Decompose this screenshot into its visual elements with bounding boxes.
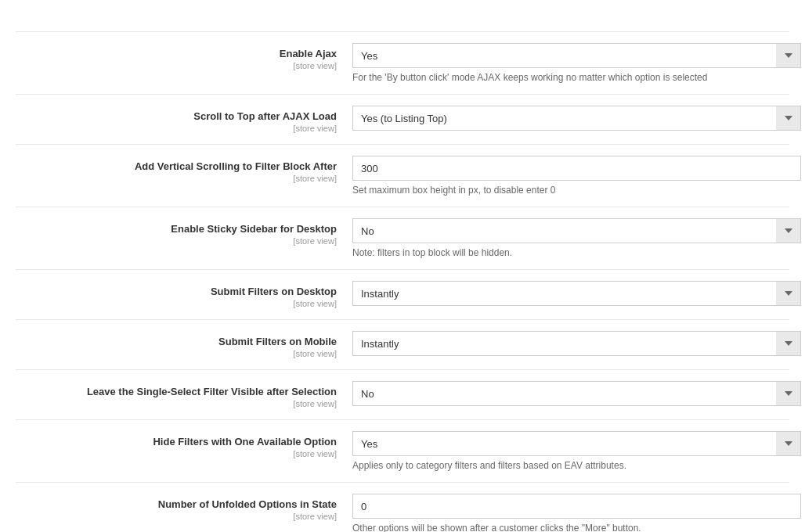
select-scroll-to-top[interactable]: Yes (to Listing Top)No bbox=[352, 106, 801, 131]
select-enable-ajax[interactable]: YesNo bbox=[352, 43, 801, 68]
control-col-submit-filters-mobile: InstantlyBy button click bbox=[352, 331, 801, 356]
hint-hide-filters-one-option: Applies only to category filters and fil… bbox=[352, 460, 801, 471]
input-unfolded-options[interactable] bbox=[352, 494, 801, 519]
form-row-enable-ajax: Enable Ajax[store view]YesNoFor the 'By … bbox=[16, 31, 789, 94]
select-sticky-sidebar[interactable]: NoYes bbox=[352, 218, 801, 243]
label-sub-submit-filters-mobile: [store view] bbox=[16, 349, 337, 358]
label-sub-sticky-sidebar: [store view] bbox=[16, 236, 337, 246]
select-wrapper-submit-filters-mobile: InstantlyBy button click bbox=[352, 331, 801, 356]
label-main-unfolded-options: Number of Unfolded Options in State bbox=[16, 498, 337, 510]
select-wrapper-enable-ajax: YesNo bbox=[352, 43, 801, 68]
select-submit-filters-desktop[interactable]: InstantlyBy button click bbox=[352, 281, 801, 306]
label-main-submit-filters-mobile: Submit Filters on Mobile bbox=[16, 336, 337, 347]
form-row-hide-filters-one-option: Hide Filters with One Available Option[s… bbox=[16, 419, 789, 482]
hint-vertical-scrolling: Set maximum box height in px, to disable… bbox=[352, 185, 801, 196]
label-sub-enable-ajax: [store view] bbox=[16, 61, 337, 70]
label-main-sticky-sidebar: Enable Sticky Sidebar for Desktop bbox=[16, 223, 337, 235]
page-container: Enable Ajax[store view]YesNoFor the 'By … bbox=[0, 0, 805, 532]
form-row-sticky-sidebar: Enable Sticky Sidebar for Desktop[store … bbox=[16, 207, 789, 269]
label-main-hide-filters-one-option: Hide Filters with One Available Option bbox=[16, 436, 337, 448]
label-col-submit-filters-mobile: Submit Filters on Mobile[store view] bbox=[16, 331, 352, 358]
form-row-single-select-visible: Leave the Single-Select Filter Visible a… bbox=[16, 369, 789, 419]
form-row-unfolded-options: Number of Unfolded Options in State[stor… bbox=[16, 482, 789, 532]
label-main-scroll-to-top: Scroll to Top after AJAX Load bbox=[16, 110, 337, 122]
label-sub-vertical-scrolling: [store view] bbox=[16, 174, 337, 183]
control-col-scroll-to-top: Yes (to Listing Top)No bbox=[352, 106, 801, 131]
label-col-hide-filters-one-option: Hide Filters with One Available Option[s… bbox=[16, 431, 352, 458]
hint-enable-ajax: For the 'By button click' mode AJAX keep… bbox=[352, 72, 801, 83]
control-col-sticky-sidebar: NoYesNote: filters in top block will be … bbox=[352, 218, 801, 258]
select-wrapper-submit-filters-desktop: InstantlyBy button click bbox=[352, 281, 801, 306]
form-row-submit-filters-mobile: Submit Filters on Mobile[store view]Inst… bbox=[16, 319, 789, 369]
form-rows: Enable Ajax[store view]YesNoFor the 'By … bbox=[16, 31, 789, 532]
input-vertical-scrolling[interactable] bbox=[352, 156, 801, 181]
hint-sticky-sidebar: Note: filters in top block will be hidde… bbox=[352, 247, 801, 258]
label-col-unfolded-options: Number of Unfolded Options in State[stor… bbox=[16, 494, 352, 521]
label-main-single-select-visible: Leave the Single-Select Filter Visible a… bbox=[16, 386, 337, 397]
form-row-scroll-to-top: Scroll to Top after AJAX Load[store view… bbox=[16, 94, 789, 144]
label-sub-scroll-to-top: [store view] bbox=[16, 124, 337, 133]
select-wrapper-scroll-to-top: Yes (to Listing Top)No bbox=[352, 106, 801, 131]
control-col-enable-ajax: YesNoFor the 'By button click' mode AJAX… bbox=[352, 43, 801, 83]
label-main-vertical-scrolling: Add Vertical Scrolling to Filter Block A… bbox=[16, 160, 337, 172]
control-col-submit-filters-desktop: InstantlyBy button click bbox=[352, 281, 801, 306]
select-submit-filters-mobile[interactable]: InstantlyBy button click bbox=[352, 331, 801, 356]
control-col-hide-filters-one-option: YesNoApplies only to category filters an… bbox=[352, 431, 801, 471]
label-col-submit-filters-desktop: Submit Filters on Desktop[store view] bbox=[16, 281, 352, 308]
select-hide-filters-one-option[interactable]: YesNo bbox=[352, 431, 801, 456]
control-col-unfolded-options: Other options will be shown after a cust… bbox=[352, 494, 801, 532]
label-col-single-select-visible: Leave the Single-Select Filter Visible a… bbox=[16, 381, 352, 408]
hint-unfolded-options: Other options will be shown after a cust… bbox=[352, 523, 801, 532]
label-sub-unfolded-options: [store view] bbox=[16, 512, 337, 521]
select-wrapper-single-select-visible: NoYes bbox=[352, 381, 801, 406]
form-row-submit-filters-desktop: Submit Filters on Desktop[store view]Ins… bbox=[16, 269, 789, 319]
label-col-enable-ajax: Enable Ajax[store view] bbox=[16, 43, 352, 70]
control-col-single-select-visible: NoYes bbox=[352, 381, 801, 406]
label-sub-single-select-visible: [store view] bbox=[16, 399, 337, 408]
label-col-sticky-sidebar: Enable Sticky Sidebar for Desktop[store … bbox=[16, 218, 352, 246]
label-main-submit-filters-desktop: Submit Filters on Desktop bbox=[16, 286, 337, 297]
select-single-select-visible[interactable]: NoYes bbox=[352, 381, 801, 406]
select-wrapper-hide-filters-one-option: YesNo bbox=[352, 431, 801, 456]
label-col-vertical-scrolling: Add Vertical Scrolling to Filter Block A… bbox=[16, 156, 352, 183]
label-main-enable-ajax: Enable Ajax bbox=[16, 48, 337, 59]
label-sub-submit-filters-desktop: [store view] bbox=[16, 299, 337, 308]
label-sub-hide-filters-one-option: [store view] bbox=[16, 449, 337, 458]
control-col-vertical-scrolling: Set maximum box height in px, to disable… bbox=[352, 156, 801, 196]
label-col-scroll-to-top: Scroll to Top after AJAX Load[store view… bbox=[16, 106, 352, 133]
form-row-vertical-scrolling: Add Vertical Scrolling to Filter Block A… bbox=[16, 144, 789, 207]
select-wrapper-sticky-sidebar: NoYes bbox=[352, 218, 801, 243]
